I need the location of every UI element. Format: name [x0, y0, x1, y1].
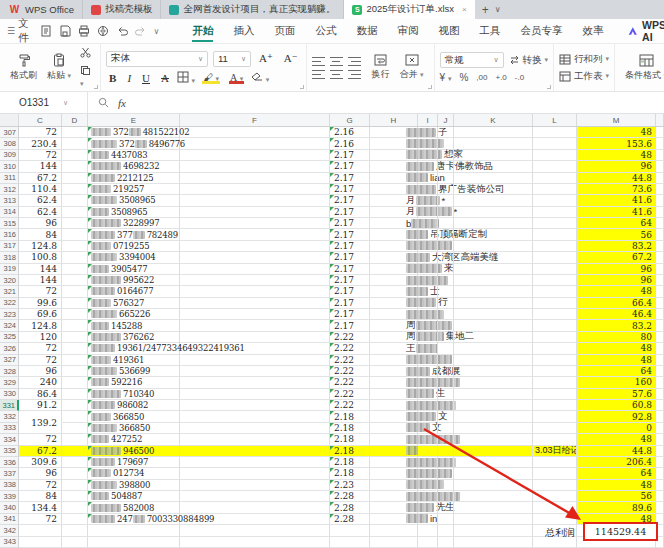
- cell-K339[interactable]: [454, 491, 533, 502]
- cell-G313[interactable]: 2.17: [330, 195, 370, 206]
- cell-F328[interactable]: [180, 366, 330, 377]
- cell-C310[interactable]: 144: [19, 161, 62, 172]
- cell-D329[interactable]: [62, 377, 88, 388]
- cell-I316[interactable]: [418, 229, 438, 240]
- cell-E311[interactable]: 2212125: [88, 173, 180, 184]
- cell-D330[interactable]: [62, 389, 88, 400]
- cell-J319[interactable]: [438, 264, 454, 275]
- cell-D312[interactable]: [62, 184, 88, 195]
- cell-H336[interactable]: [370, 457, 418, 468]
- cell-E338[interactable]: 398800: [88, 480, 180, 491]
- cell-L326[interactable]: [533, 343, 577, 354]
- cell-K334[interactable]: [454, 434, 533, 445]
- row-header-308[interactable]: 308: [0, 138, 19, 149]
- cell-E333[interactable]: 366850: [88, 423, 180, 434]
- cell-F331[interactable]: [180, 400, 330, 411]
- cell-M321[interactable]: 48: [577, 286, 656, 297]
- cell-D320[interactable]: [62, 275, 88, 286]
- cell-M332[interactable]: 92.8: [577, 411, 656, 422]
- cell-F315[interactable]: [180, 218, 330, 229]
- underline-button[interactable]: U: [139, 72, 153, 84]
- formula-input[interactable]: [136, 92, 664, 113]
- cut-button[interactable]: [80, 47, 91, 60]
- cell-E307[interactable]: 372481522102: [88, 127, 180, 138]
- cell-F333[interactable]: [180, 423, 330, 434]
- cell-L336[interactable]: [533, 457, 577, 468]
- cell-D337[interactable]: [62, 468, 88, 479]
- cell-J333[interactable]: [438, 423, 454, 434]
- row-header-326[interactable]: 326: [0, 343, 19, 354]
- cell-E320[interactable]: 995622: [88, 275, 180, 286]
- cell-K323[interactable]: [454, 309, 533, 320]
- cell-G329[interactable]: 2.22: [330, 377, 370, 388]
- cell-M340[interactable]: 89.6: [577, 502, 656, 513]
- cell-I341[interactable]: [418, 514, 438, 525]
- row-header-310[interactable]: 310: [0, 161, 19, 172]
- bold-button[interactable]: B: [106, 72, 119, 84]
- cell-I343[interactable]: [418, 537, 438, 548]
- cell-H334[interactable]: [370, 434, 418, 445]
- cell-D315[interactable]: [62, 218, 88, 229]
- cell-K329[interactable]: [454, 377, 533, 388]
- cell-M316[interactable]: 56: [577, 229, 656, 240]
- cell-D343[interactable]: [62, 537, 88, 548]
- cell-C338[interactable]: 72: [19, 480, 62, 491]
- cell-G326[interactable]: 2.22: [330, 343, 370, 354]
- cell-I328[interactable]: [418, 366, 438, 377]
- column-header-J[interactable]: J: [438, 114, 454, 126]
- cell-L308[interactable]: [533, 138, 577, 149]
- cell-M338[interactable]: 48: [577, 480, 656, 491]
- cell-M312[interactable]: 73.6: [577, 184, 656, 195]
- row-header-330[interactable]: 330: [0, 389, 19, 400]
- cell-E318[interactable]: 3394004: [88, 252, 180, 263]
- cell-G315[interactable]: 2.17: [330, 218, 370, 229]
- cell-E322[interactable]: 576327: [88, 298, 180, 309]
- cell-L311[interactable]: [533, 173, 577, 184]
- cell-K341[interactable]: [454, 514, 533, 525]
- cell-C315[interactable]: 96: [19, 218, 62, 229]
- cell-L321[interactable]: [533, 286, 577, 297]
- row-header-307[interactable]: 307: [0, 127, 19, 138]
- cell-H307[interactable]: 子: [370, 127, 418, 138]
- cell-N338[interactable]: [656, 480, 664, 491]
- cell-I337[interactable]: [418, 468, 438, 479]
- cell-E308[interactable]: 3728496776: [88, 138, 180, 149]
- cell-E317[interactable]: 0719255: [88, 241, 180, 252]
- strikethrough-button[interactable]: A: [158, 72, 172, 84]
- cell-L314[interactable]: [533, 207, 577, 218]
- cell-J307[interactable]: [438, 127, 454, 138]
- cell-D341[interactable]: [62, 514, 88, 525]
- cell-J335[interactable]: [438, 446, 454, 457]
- cell-F307[interactable]: [180, 127, 330, 138]
- cell-N335[interactable]: [656, 446, 664, 457]
- cell-F339[interactable]: [180, 491, 330, 502]
- cell-D307[interactable]: [62, 127, 88, 138]
- column-header-H[interactable]: H: [370, 114, 418, 126]
- cell-F340[interactable]: [180, 502, 330, 513]
- cell-G318[interactable]: 2.17: [330, 252, 370, 263]
- cell-K312[interactable]: [454, 184, 533, 195]
- menu-tab-插入[interactable]: 插入: [224, 19, 263, 43]
- cell-M336[interactable]: 206.4: [577, 457, 656, 468]
- cell-H330[interactable]: 生: [370, 389, 418, 400]
- cell-I319[interactable]: [418, 264, 438, 275]
- cell-J330[interactable]: [438, 389, 454, 400]
- cell-K307[interactable]: [454, 127, 533, 138]
- cell-M317[interactable]: 83.2: [577, 241, 656, 252]
- column-header-partial[interactable]: [656, 114, 664, 126]
- cell-M328[interactable]: 64: [577, 366, 656, 377]
- cell-K322[interactable]: [454, 298, 533, 309]
- cell-G307[interactable]: 2.16: [330, 127, 370, 138]
- cell-I342[interactable]: [418, 525, 438, 536]
- name-box-caret[interactable]: ∨: [63, 99, 68, 107]
- cell-N333[interactable]: [656, 423, 664, 434]
- row-header-339[interactable]: 339: [0, 491, 19, 502]
- cell-C320[interactable]: 144: [19, 275, 62, 286]
- cell-K326[interactable]: [454, 343, 533, 354]
- increase-decimal-button[interactable]: +.0: [495, 73, 506, 82]
- cell-N327[interactable]: [656, 355, 664, 366]
- cell-C319[interactable]: 144: [19, 264, 62, 275]
- cell-D310[interactable]: [62, 161, 88, 172]
- cell-E331[interactable]: 986082: [88, 400, 180, 411]
- cell-E335[interactable]: 946500: [88, 446, 180, 457]
